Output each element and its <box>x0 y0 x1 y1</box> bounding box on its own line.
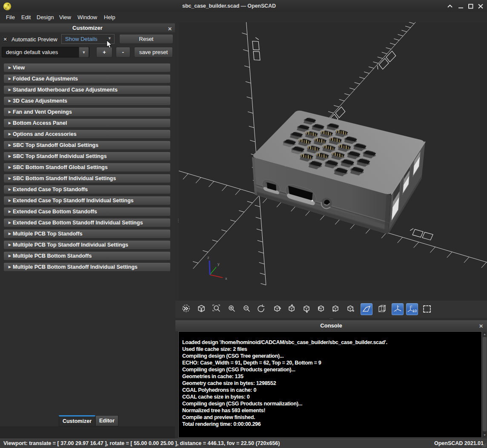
svg-text:x: x <box>225 276 227 281</box>
svg-text:z: z <box>207 256 209 260</box>
svg-text:10: 10 <box>413 309 417 313</box>
svg-text:y: y <box>218 262 220 266</box>
